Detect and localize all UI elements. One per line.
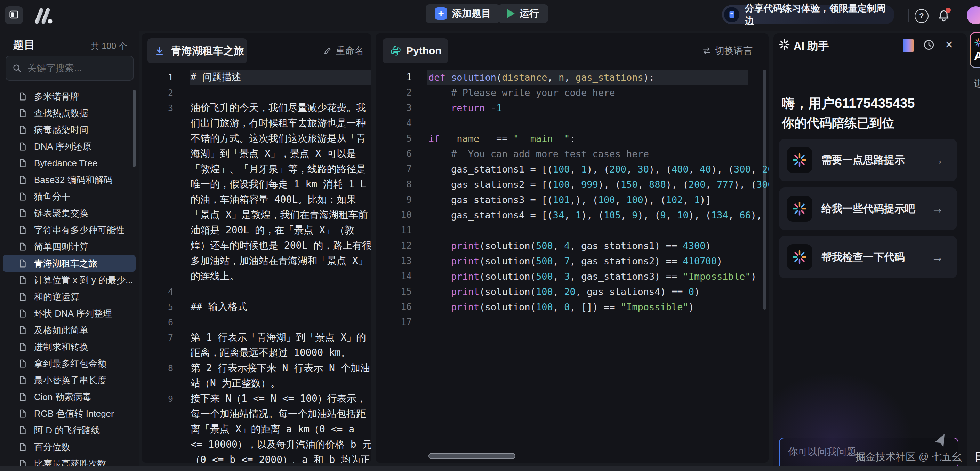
sidebar-item[interactable]: 拿到最多红包金额: [3, 355, 136, 372]
markdown-row[interactable]: <= 10000），以及每升汽油的价格 b 元: [142, 437, 371, 452]
markdown-row[interactable]: 5## 输入格式: [142, 299, 371, 315]
sidebar-item[interactable]: 病毒感染时间: [3, 121, 136, 138]
ai-suggestion-card[interactable]: 帮我检查一下代码→: [779, 236, 957, 278]
fold-gutter[interactable]: [412, 74, 426, 80]
code-line[interactable]: 17: [375, 315, 768, 330]
sidebar-item[interactable]: 阿 D 的飞行路线: [3, 422, 136, 439]
sidebar-item[interactable]: 及格如此简单: [3, 322, 136, 339]
markdown-row[interactable]: 7第 1 行表示「青海湖」到「景点 X」的: [142, 330, 371, 345]
problem-content[interactable]: 1# 问题描述23油价飞升的今天，我们尽量减少花费。我们出门旅游，有时候租车去旅…: [142, 70, 371, 463]
line-number: 4: [392, 118, 412, 128]
markdown-row[interactable]: 每一个加油站情况。每一个加油站包括距: [142, 406, 371, 422]
sidebar-item[interactable]: 计算位置 x 到 y 的最少...: [3, 272, 136, 288]
markdown-row[interactable]: 的连线上。: [142, 269, 371, 284]
close-icon[interactable]: ×: [945, 36, 953, 53]
code-line[interactable]: 16 print(solution(100, 0, []) == "Imposs…: [375, 299, 768, 315]
markdown-row[interactable]: 唯一的，假设我们每走 1 km 消耗 1 L: [142, 177, 371, 192]
language-tab[interactable]: Python: [383, 38, 448, 63]
markdown-row[interactable]: 不错的方式。这次我们这次旅游是从「青: [142, 131, 371, 146]
floating-ai-button[interactable]: A: [970, 32, 980, 68]
ai-greeting-line2: 你的代码陪练已到位: [782, 115, 894, 132]
markdown-text: 离「景点 X」的距离 a km（0 <= a: [173, 423, 371, 436]
chevron-down-icon[interactable]: [412, 135, 412, 142]
code-line[interactable]: 1def solution(distance, n, gas_stations)…: [375, 70, 768, 85]
markdown-row[interactable]: 3油价飞升的今天，我们尽量减少花费。我: [142, 100, 371, 116]
sidebar-scrollbar[interactable]: [133, 90, 136, 167]
notifications-button[interactable]: [937, 8, 951, 23]
markdown-text: 站（N 为正整数）。: [173, 377, 371, 390]
code-horizontal-scrollbar[interactable]: [428, 453, 515, 459]
sidebar-item[interactable]: 环状 DNA 序列整理: [3, 305, 136, 322]
sidebar-item[interactable]: 进制求和转换: [3, 339, 136, 355]
sidebar-item[interactable]: 简单四则计算: [3, 238, 136, 255]
sidebar-item[interactable]: 青海湖租车之旅: [3, 255, 136, 272]
markdown-row[interactable]: 油箱是 200L 的，在「景点 X」（敦: [142, 223, 371, 238]
sidebar-item[interactable]: 多米诺骨牌: [3, 88, 136, 105]
chevron-down-icon[interactable]: [412, 74, 412, 81]
code-line[interactable]: 15 print(solution(100, 20, gas_stations4…: [375, 284, 768, 299]
search-input[interactable]: 关键字搜索...: [6, 56, 134, 81]
markdown-row[interactable]: 海湖」到「景点 X」，景点 X 可以是: [142, 146, 371, 161]
markdown-row[interactable]: 煌）还车的时候也是 200L 的，路上有很: [142, 238, 371, 253]
add-problem-button[interactable]: + 添加题目: [426, 4, 500, 23]
code-text: # Please write your code here: [426, 87, 768, 98]
ai-suggestion-card[interactable]: 给我一些代码提示吧→: [779, 188, 957, 230]
markdown-row[interactable]: 9接下来 N（1 <= N <= 100）行表示，: [142, 391, 371, 406]
sidebar-item[interactable]: 百分位数: [3, 439, 136, 455]
markdown-row[interactable]: 1# 问题描述: [142, 70, 371, 85]
switch-language-button[interactable]: 切换语言: [702, 45, 752, 57]
sidebar-item[interactable]: Bytedance Tree: [3, 155, 136, 172]
code-line[interactable]: 7 gas_stations1 = [(100, 1), (200, 30), …: [375, 161, 768, 177]
rename-button[interactable]: 重命名: [323, 45, 364, 57]
markdown-row[interactable]: 「敦煌」、「月牙泉」等，线路的路径是: [142, 161, 371, 177]
code-line[interactable]: 10 gas_stations4 = [(34, 1), (105, 9), (…: [375, 207, 768, 223]
markdown-row[interactable]: 6: [142, 315, 371, 330]
problem-tab[interactable]: 青海湖租车之旅: [148, 38, 247, 63]
breakpoint-gutter[interactable]: [375, 258, 392, 264]
code-line[interactable]: 3 return -1: [375, 100, 768, 116]
sidebar-item[interactable]: Cion 勒索病毒: [3, 388, 136, 405]
markdown-row[interactable]: 4: [142, 284, 371, 299]
sidebar-item[interactable]: 查找热点数据: [3, 105, 136, 121]
markdown-row[interactable]: 们出门旅游，有时候租车去旅游也是一种: [142, 116, 371, 131]
ai-suggestion-card[interactable]: 需要一点思路提示→: [779, 139, 957, 181]
code-line[interactable]: 11: [375, 223, 768, 238]
code-line[interactable]: 8 gas_stations2 = [(100, 999), (150, 888…: [375, 177, 768, 192]
sidebar-item[interactable]: 最小替换子串长度: [3, 372, 136, 388]
markdown-row[interactable]: 「景点 X」是敦煌，我们在青海湖租车前: [142, 207, 371, 223]
code-line[interactable]: 6 # You can add more test cases here: [375, 146, 768, 161]
markdown-row[interactable]: 多加油站，加油站在青海湖和「景点 X」: [142, 253, 371, 269]
promo-banner[interactable]: 分享代码练习体验，领限量定制周边: [722, 5, 894, 24]
sidebar-item[interactable]: 和的逆运算: [3, 288, 136, 305]
sidebar-toggle-button[interactable]: [5, 6, 23, 24]
code-line[interactable]: 5if __name__ == "__main__":: [375, 131, 768, 146]
sidebar-item[interactable]: 猫鱼分干: [3, 188, 136, 205]
code-line[interactable]: 14 print(solution(500, 3, gas_stations3)…: [375, 269, 768, 284]
sidebar-item[interactable]: 字符串有多少种可能性: [3, 221, 136, 238]
code-line[interactable]: 13 print(solution(500, 7, gas_stations2)…: [375, 253, 768, 269]
markdown-row[interactable]: 的油，车油箱容量 400L。比如：如果: [142, 192, 371, 207]
markdown-row[interactable]: 8第 2 行表示接下来 N 行表示 N 个加油: [142, 360, 371, 376]
fold-gutter[interactable]: [412, 135, 426, 142]
run-button[interactable]: 运行: [498, 4, 548, 23]
help-button[interactable]: ?: [915, 9, 929, 23]
history-button[interactable]: [922, 38, 935, 51]
markdown-row[interactable]: 距离，距离最远不超过 10000 km。: [142, 345, 371, 360]
markdown-row[interactable]: （0 <= b <= 2000）、a 和 b 均为正: [142, 452, 371, 463]
sidebar-item[interactable]: 链表聚集交换: [3, 205, 136, 221]
app-logo[interactable]: [32, 7, 55, 26]
code-line[interactable]: 2 # Please write your code here: [375, 85, 768, 100]
sidebar-item[interactable]: DNA 序列还原: [3, 138, 136, 155]
code-text: print(solution(500, 3, gas_stations3) ==…: [426, 271, 768, 282]
code-line[interactable]: 9 gas_stations3 = [(101,), (100, 100), (…: [375, 192, 768, 207]
code-line[interactable]: 12 print(solution(500, 4, gas_stations1)…: [375, 238, 768, 253]
markdown-row[interactable]: 2: [142, 85, 371, 100]
code-content[interactable]: 1def solution(distance, n, gas_stations)…: [375, 70, 768, 330]
markdown-row[interactable]: 离「景点 X」的距离 a km（0 <= a: [142, 422, 371, 437]
sidebar-item[interactable]: Base32 编码和解码: [3, 172, 136, 188]
user-avatar[interactable]: [967, 6, 980, 24]
sidebar-item[interactable]: RGB 色值转 Integer: [3, 405, 136, 422]
theme-icon[interactable]: [903, 39, 914, 52]
markdown-row[interactable]: 站（N 为正整数）。: [142, 376, 371, 391]
code-line[interactable]: 4: [375, 116, 768, 131]
